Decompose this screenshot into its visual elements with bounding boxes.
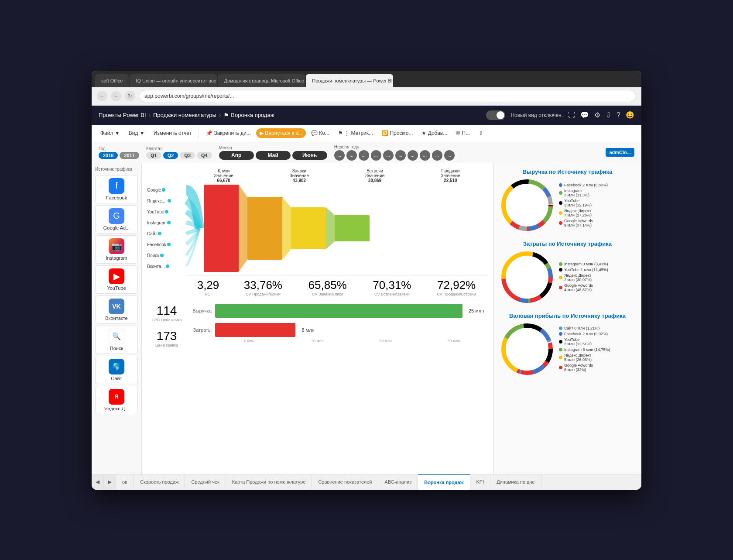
toolbar-file[interactable]: Файл ▼ xyxy=(97,128,123,138)
tab-soft-office[interactable]: soft Office xyxy=(95,74,129,87)
month-may[interactable]: Май xyxy=(256,151,291,160)
source-yandex[interactable]: Я Яндекс.Д... xyxy=(95,386,138,414)
metric-cv4: 72,92% CV Продажи/Встречи xyxy=(425,278,488,296)
source-instagram-label: Instagram xyxy=(106,255,127,261)
source-vk-label: Вконтакте xyxy=(105,316,127,321)
week-dot-7[interactable]: ... xyxy=(408,150,418,161)
revenue-bar-row: Выручка 25 млн xyxy=(190,304,488,318)
refresh-button[interactable]: ↻ xyxy=(125,91,135,101)
quarter-chips: Q1 Q2 Q3 Q4 xyxy=(146,152,212,159)
google-ads-icon: G xyxy=(109,208,124,224)
tabs-prev[interactable]: ◀ xyxy=(92,474,104,490)
download-icon[interactable]: ⇩ xyxy=(606,111,611,119)
sidebar-title: Источник трафика xyxy=(95,167,132,172)
metrics-row: 3,29 ROI 33,76% CV Продажи/Клики 65,85% … xyxy=(186,275,488,296)
view-toggle[interactable] xyxy=(486,110,505,120)
btab-avg[interactable]: Средний чек xyxy=(185,474,226,490)
toolbar-share[interactable]: 🔂 Просмо... xyxy=(378,128,416,138)
source-vk[interactable]: VK Вконтакте xyxy=(95,295,138,324)
week-dot-9[interactable]: ... xyxy=(432,150,442,161)
toolbar-bookmark[interactable]: ⚑ ⋮ Метрик... xyxy=(335,128,377,138)
src-yandex: Яндекс.... xyxy=(147,199,185,203)
toolbar-pin[interactable]: 📌 Закрепить ди... xyxy=(202,128,254,138)
source-instagram[interactable]: 📷 Instagram xyxy=(95,235,138,264)
toolbar-star[interactable]: ★ Добав... xyxy=(418,128,451,138)
user-icon[interactable]: 😀 xyxy=(626,111,634,119)
src-search: Поиск xyxy=(147,253,185,258)
q2-chip[interactable]: Q2 xyxy=(163,152,178,159)
toolbar-export[interactable]: ⇧ xyxy=(475,128,486,138)
kpi-cpc-label: CPC Цена клика xyxy=(147,318,186,322)
prof-legend-ga: Google Adwords6 млн (32%) xyxy=(559,363,610,372)
forward-button[interactable]: → xyxy=(111,91,121,101)
week-dot-2[interactable]: ... xyxy=(346,150,357,161)
q3-chip[interactable]: Q3 xyxy=(180,152,195,159)
year-2017[interactable]: 2017 xyxy=(120,152,139,159)
comment-icon[interactable]: 💬 xyxy=(580,111,589,119)
cost-legend-yt: YouTube 1 млн (11,45%) xyxy=(559,268,608,272)
bottom-tabs: ◀ ▶ ов Скорость продаж Средний чек Карта… xyxy=(92,474,641,490)
rev-legend-yd: Яндекс.Директ7 млн (27,26%) xyxy=(559,209,608,217)
metric-cv4-val: 72,92% xyxy=(425,278,488,292)
settings-icon[interactable]: ⚙ xyxy=(594,111,600,119)
week-dot-5[interactable]: ... xyxy=(383,150,394,161)
back-button[interactable]: ← xyxy=(97,91,107,101)
address-bar[interactable]: app.powerbi.com/groups/me/reports/... xyxy=(139,90,636,102)
btab-dynamic[interactable]: Динамика по дне xyxy=(490,474,541,490)
costs-bar-row: Затраты 8 млн xyxy=(190,323,488,337)
source-facebook[interactable]: f Facebook xyxy=(95,175,138,203)
axis-30: 30 млн xyxy=(420,339,488,343)
toolbar-edit[interactable]: Изменить отчет xyxy=(150,128,195,138)
source-search[interactable]: 🔍 Поиск xyxy=(95,326,138,354)
week-dot-1[interactable]: ... xyxy=(334,150,345,161)
toolbar-mail[interactable]: ✉ П... xyxy=(452,128,473,138)
btab-speed[interactable]: Скорость продаж xyxy=(134,474,185,490)
source-google-ads[interactable]: G Google Ad... xyxy=(95,205,138,234)
q4-chip[interactable]: Q4 xyxy=(197,152,212,159)
toolbar-view[interactable]: Вид ▼ xyxy=(125,128,148,138)
src-vk: Вконта... xyxy=(147,264,185,269)
week-dot-10[interactable]: ... xyxy=(444,150,455,161)
year-2018[interactable]: 2018 xyxy=(99,152,118,159)
week-dot-6[interactable]: ... xyxy=(395,150,406,161)
axis-0: 0 млн xyxy=(215,339,283,343)
funnel-val-3: 30,869 xyxy=(338,178,412,183)
tab-power-bi[interactable]: Продажи номенклатуры — Power BI xyxy=(306,74,393,87)
tab-iq-union[interactable]: IQ Union — онлайн университет востребова… xyxy=(130,74,217,87)
revenue-bar xyxy=(215,304,462,318)
metric-cv1: 33,76% CV Продажи/Клики xyxy=(232,278,295,296)
week-dot-4[interactable]: ... xyxy=(371,150,381,161)
btab-abc[interactable]: АВС-анализ xyxy=(378,474,418,490)
btab-funnel[interactable]: Воронка продаж xyxy=(418,474,470,490)
costs-val: 8 млн xyxy=(301,327,314,333)
expand-icon[interactable]: ⛶ xyxy=(568,111,575,119)
week-dot-8[interactable]: ... xyxy=(420,150,430,161)
source-youtube[interactable]: ▶ YouTube xyxy=(95,265,138,294)
svg-point-19 xyxy=(507,258,547,297)
youtube-icon: ▶ xyxy=(109,268,124,284)
right-panel: Выручка по Источнику трафика xyxy=(493,163,641,474)
btab-map[interactable]: Карта Продажи по номенклатуре xyxy=(226,474,312,490)
browser-window: soft Office IQ Union — онлайн университе… xyxy=(92,71,641,490)
btab-kpi[interactable]: KPI xyxy=(470,474,491,490)
source-site[interactable]: 🌎 Сайт xyxy=(95,356,138,384)
tabs-next[interactable]: ▶ xyxy=(104,474,116,490)
funnel-headers: Клики Значение 66,670 Заявки Значение 43… xyxy=(186,168,488,183)
revenue-label: Выручка xyxy=(190,308,212,313)
week-dot-3[interactable]: ... xyxy=(359,150,369,161)
toolbar-comment[interactable]: 💬 Ко... xyxy=(308,128,333,138)
month-apr[interactable]: Апр xyxy=(219,151,254,160)
sidebar-menu[interactable]: ⋯ xyxy=(134,167,138,172)
pbi-header: Проекты Power BI › Продажи номенклатуры … xyxy=(92,106,641,125)
help-icon[interactable]: ? xyxy=(617,111,620,119)
vk-icon: VK xyxy=(109,299,124,314)
toolbar-back[interactable]: ▶ Вернуться к з... xyxy=(256,128,306,138)
breadcrumb-report[interactable]: Продажи номенклатуры xyxy=(153,112,216,118)
q1-chip[interactable]: Q1 xyxy=(146,152,161,159)
month-jun[interactable]: Июнь xyxy=(292,151,327,160)
metric-cv3-val: 70,31% xyxy=(361,278,424,292)
btab-ov[interactable]: ов xyxy=(116,474,134,490)
btab-compare[interactable]: Сравнение показателей xyxy=(312,474,378,490)
tab-ms-office[interactable]: Домашняя страница Microsoft Office xyxy=(218,74,305,87)
breadcrumb-root[interactable]: Проекты Power BI xyxy=(99,112,146,118)
